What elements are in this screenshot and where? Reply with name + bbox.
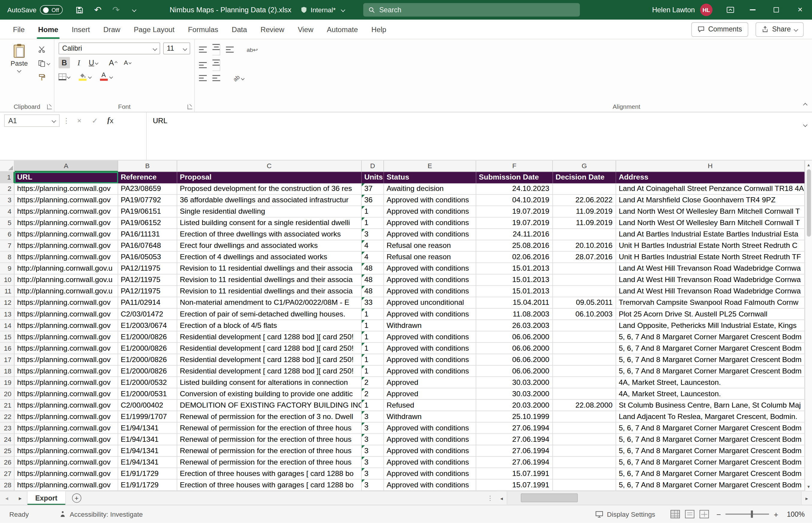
cell[interactable]: 33 [362,297,384,309]
cell[interactable]: PA16/07648 [118,240,177,252]
cell[interactable]: https://planning.cornwall.gov [14,480,118,491]
enter-icon[interactable]: ✓ [88,114,101,127]
cell[interactable]: 06.06.2000 [476,366,553,377]
cell[interactable]: 24.11.2016 [476,229,553,240]
cell[interactable]: Address [616,172,805,183]
cell[interactable]: https://planning.cornwall.gov [14,252,118,263]
cell[interactable]: 5, 6, 7 And 8 Margaret Corner Margaret C… [616,422,805,434]
cell[interactable]: 15.01.2013 [476,263,553,274]
cell[interactable]: PA12/11975 [118,263,177,274]
minimize-button[interactable] [741,0,764,20]
cell[interactable] [553,229,616,240]
cell[interactable]: C2/00/00402 [118,400,177,411]
cell[interactable]: Land At West Hill Trevanson Road Wadebri… [616,263,805,274]
cell[interactable]: 4A, Market Street, Launceston. [616,389,805,400]
cell[interactable] [553,183,616,195]
cell[interactable]: 11.08.2003 [476,309,553,320]
cell[interactable]: 15.04.2011 [476,297,553,309]
cell[interactable]: E1/2000/0826 [118,366,177,377]
customize-toolbar-icon[interactable] [126,2,143,18]
cell[interactable]: 4 [362,240,384,252]
cell[interactable]: Proposal [177,172,362,183]
cell[interactable] [553,480,616,491]
cell[interactable]: 15.01.2013 [476,274,553,286]
cell[interactable]: Single residential dwelling [177,206,362,218]
cell[interactable]: Refused [384,400,476,411]
row-header-14[interactable]: 14 [0,320,14,331]
cell[interactable]: Listed building consent for a single res… [177,218,362,229]
cell[interactable]: Approved with conditions [384,206,476,218]
scroll-right-icon[interactable]: ▸ [801,495,812,501]
row-header-12[interactable]: 12 [0,297,14,309]
cell[interactable]: Approved with conditions [384,366,476,377]
format-painter-button[interactable] [38,73,50,82]
cell[interactable]: Erection of a block of 4/5 flats [177,320,362,331]
cell[interactable]: https://planning.cornwall.gov [14,309,118,320]
cell[interactable]: Plot 25 Acorn Drive St. Austell PL25 Cor… [616,309,805,320]
cell[interactable]: Revision to 11 residential dwellings and… [177,286,362,297]
formula-input[interactable]: URL [153,114,804,127]
borders-button[interactable] [58,71,70,83]
column-header-B[interactable]: B [118,161,177,172]
cell[interactable]: 22.06.2022 [553,195,616,206]
row-header-17[interactable]: 17 [0,354,14,366]
cell[interactable]: https://planning.cornwall.gov [14,422,118,434]
row-header-19[interactable]: 19 [0,377,14,389]
font-size-select[interactable]: 11 [163,42,190,55]
cell[interactable]: Non-material amendment to C1/PA02/0022/0… [177,297,362,309]
cell[interactable]: Erection of three houses with garages [ … [177,480,362,491]
zoom-in-icon[interactable]: + [774,510,778,519]
cancel-icon[interactable]: × [73,114,86,127]
bold-button[interactable]: B [58,57,70,68]
accessibility-status[interactable]: Accessibility: Investigate [43,510,143,518]
cell[interactable]: E1/94/1341 [118,445,177,457]
cell[interactable]: Erection of pair of semi-detached dwelli… [177,309,362,320]
cell[interactable]: E1/2000/0531 [118,389,177,400]
cell[interactable]: 22.08.2000 [553,400,616,411]
cell[interactable]: https://planning.cornwall.gov [14,468,118,480]
sensitivity-chip[interactable]: Internal* [301,6,345,14]
clipboard-dialog-launcher[interactable] [47,105,52,109]
zoom-slider[interactable] [726,514,769,515]
menu-tab-home[interactable]: Home [32,20,65,39]
cell[interactable]: https://planning.cornwall.gov [14,331,118,343]
cell[interactable]: St Columb Business Centre, Barn Lane, St… [616,400,805,411]
cell[interactable]: Withdrawn [384,411,476,422]
sheet-nav-prev-icon[interactable]: ◂ [0,495,14,501]
cell[interactable]: Land At Coinagehall Street Penzance Corn… [616,183,805,195]
cell[interactable]: Revision to 11 residential dwellings and… [177,274,362,286]
cell[interactable]: 30.03.2000 [476,389,553,400]
cell[interactable]: https://planning.cornwall.gov [14,400,118,411]
cell[interactable]: 5, 6, 7 And 8 Margaret Corner Margaret C… [616,366,805,377]
cell[interactable]: 1 [362,343,384,354]
font-color-button[interactable]: A [98,71,113,83]
cell[interactable]: 02.06.2016 [476,252,553,263]
cell[interactable]: E1/2000/0826 [118,331,177,343]
cell[interactable]: https://planning.cornwall.gov [14,183,118,195]
cell[interactable]: Approved with conditions [384,422,476,434]
cell[interactable]: 11.09.2019 [553,206,616,218]
row-header-11[interactable]: 11 [0,286,14,297]
cell[interactable] [553,434,616,445]
column-header-F[interactable]: F [476,161,553,172]
cell[interactable]: 19.07.2019 [476,206,553,218]
share-button[interactable]: Share [756,22,804,36]
cell[interactable]: Erect four dwellings and associated work… [177,240,362,252]
cell[interactable]: 28.07.2016 [553,252,616,263]
cell[interactable]: 5, 6, 7 And 8 Margaret Corner Margaret C… [616,434,805,445]
user-name[interactable]: Helen Lawton [652,6,695,14]
cell[interactable]: Listed building consent for alterations … [177,377,362,389]
cell[interactable]: http://planning.cornwall.gov.u [14,286,118,297]
cell[interactable] [553,354,616,366]
cell[interactable]: Proposed development for the constructio… [177,183,362,195]
zoom-slider-thumb[interactable] [751,510,753,518]
cell[interactable]: PA16/05053 [118,252,177,263]
row-header-15[interactable]: 15 [0,331,14,343]
shrink-font-button[interactable]: A [122,57,133,68]
scroll-down-icon[interactable]: ▾ [808,484,810,489]
cell[interactable] [553,320,616,331]
zoom-out-icon[interactable]: − [716,510,721,519]
cell[interactable]: https://planning.cornwall.gov [14,195,118,206]
wrap-text-icon[interactable]: ab↩ [246,47,258,53]
cell[interactable] [553,366,616,377]
